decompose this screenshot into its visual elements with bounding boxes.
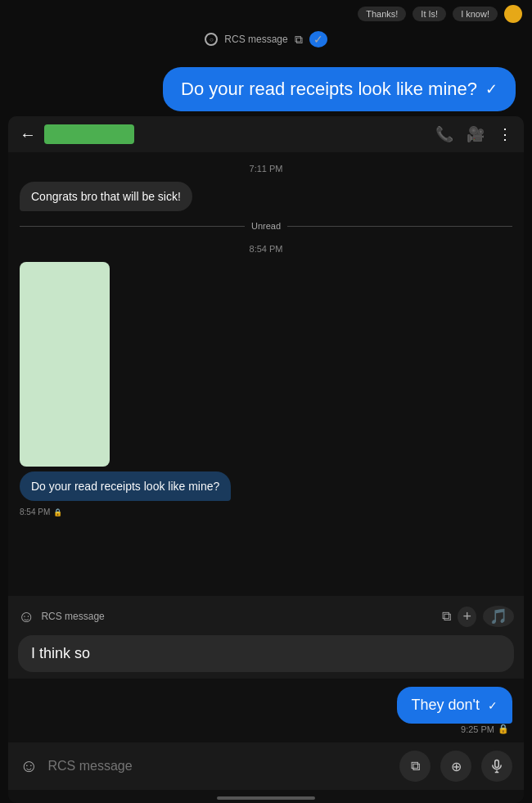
phone-ui: ← 📞 🎥 ⋮ 7:11 PM Congrats bro that will b…: [8, 116, 524, 803]
back-button[interactable]: ←: [20, 125, 36, 144]
smiley-input-icon[interactable]: ☺: [18, 607, 34, 626]
they-dont-check: ✓: [488, 699, 498, 712]
mic-button[interactable]: [481, 751, 512, 782]
thanks-btn[interactable]: Thanks!: [358, 7, 406, 21]
incoming-message-1: Congrats bro that will be sick!: [20, 182, 192, 211]
mic-input-icon[interactable]: 🎵: [483, 606, 514, 627]
bottom-handle: [217, 796, 315, 800]
svg-rect-0: [495, 760, 499, 768]
i-know-btn[interactable]: I know!: [453, 7, 498, 21]
image-attachment: [20, 262, 110, 467]
chat-header: ← 📞 🎥 ⋮: [8, 116, 524, 152]
draft-message-bubble[interactable]: I think so: [18, 635, 514, 672]
video-icon[interactable]: 🎥: [467, 125, 485, 143]
plus-circle-button[interactable]: ⊕: [440, 751, 471, 782]
copy-input-icon[interactable]: ⧉: [442, 609, 451, 624]
top-notification-bar: Thanks! It Is! I know!: [0, 0, 532, 28]
rcs-circle-icon: ○: [205, 33, 218, 46]
rcs-input-label-row: ☺ RCS message ⧉ + 🎵: [18, 602, 514, 630]
emoji-button[interactable]: [20, 756, 38, 777]
they-dont-section: They don't ✓ 9:25 PM 🔒: [8, 679, 524, 742]
avatar-circle: [504, 5, 522, 23]
plus-input-icon[interactable]: +: [458, 607, 476, 627]
timestamp-2: 8:54 PM: [20, 244, 512, 254]
timestamp-1: 7:11 PM: [20, 164, 512, 174]
chat-body: 7:11 PM Congrats bro that will be sick! …: [8, 152, 524, 596]
outer-outgoing-bubble: Do your read receipts look like mine? ✓: [163, 67, 516, 111]
unread-line-right: [287, 226, 512, 227]
screenshot-outer: Thanks! It Is! I know! ○ RCS message ⧉ ✓…: [0, 0, 532, 803]
outgoing-message-chat: Do your read receipts look like mine?: [20, 471, 231, 501]
outgoing-right-bubble: They don't ✓: [397, 687, 513, 724]
phone-icon[interactable]: 📞: [435, 125, 453, 143]
outgoing-right-time: 9:25 PM: [461, 724, 494, 734]
it-is-btn[interactable]: It Is!: [413, 7, 446, 21]
unread-line-left: [20, 226, 245, 227]
rcs-top-label: RCS message: [224, 34, 287, 45]
message-input[interactable]: [47, 759, 390, 774]
more-options-icon[interactable]: ⋮: [498, 125, 512, 143]
outgoing-right-meta: 9:25 PM 🔒: [461, 724, 509, 734]
contact-name-placeholder: [44, 124, 134, 144]
main-bottom-bar: ⧉ ⊕: [8, 742, 524, 790]
input-area: ☺ RCS message ⧉ + 🎵 I think so: [8, 596, 524, 679]
unread-label: Unread: [251, 221, 281, 231]
header-icons: 📞 🎥 ⋮: [435, 125, 512, 143]
lock-icon-right: 🔒: [498, 724, 509, 734]
unread-divider: Unread: [20, 221, 512, 231]
rcs-bar-top: ○ RCS message ⧉ ✓: [0, 28, 532, 52]
image-copy-button[interactable]: ⧉: [399, 751, 431, 782]
outgoing-time: 8:54 PM: [20, 508, 50, 517]
lock-icon-small: 🔒: [53, 508, 62, 517]
check-icon: ✓: [309, 31, 327, 47]
outgoing-meta: 8:54 PM 🔒: [20, 508, 62, 517]
they-dont-text: They don't: [412, 697, 480, 714]
outer-message-text: Do your read receipts look like mine?: [181, 79, 477, 100]
copy-icon: ⧉: [295, 33, 303, 47]
outer-checkmark-icon: ✓: [485, 80, 498, 98]
rcs-input-label: RCS message: [41, 611, 104, 622]
